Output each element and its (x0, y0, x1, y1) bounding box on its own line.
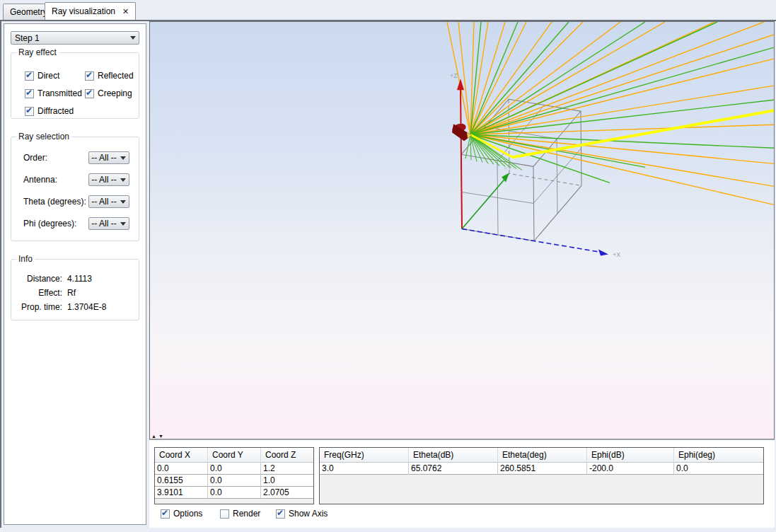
checkbox-direct[interactable]: Direct (25, 71, 59, 81)
field-table-filler (320, 475, 763, 504)
transmitted-checkbox[interactable] (25, 89, 34, 98)
control-panel: Step 1 Ray effect Direct Reflected Trans… (4, 23, 146, 525)
ray-effect-title: Ray effect (16, 47, 59, 57)
creeping-checkbox[interactable] (85, 89, 94, 98)
direct-checkbox[interactable] (25, 71, 34, 81)
coord-x-header: Coord X (155, 448, 208, 463)
checkbox-diffracted[interactable]: Diffracted (25, 106, 74, 116)
coord-y-header: Coord Y (208, 448, 261, 463)
chevron-down-icon (127, 36, 139, 40)
options-checkbox[interactable] (161, 509, 170, 519)
phi-label: Phi (degrees): (23, 219, 76, 229)
options-checkbox-item[interactable]: Options (161, 509, 202, 519)
table-row[interactable]: 0.6155 0.0 1.0 (155, 475, 313, 487)
freq-header: Freq(GHz) (320, 448, 409, 463)
ray-effect-group: Ray effect Direct Reflected Transmitted … (11, 52, 139, 119)
chevron-down-icon (117, 200, 129, 204)
order-label: Order: (23, 153, 47, 163)
prop-time-value: 1.3704E-8 (67, 302, 106, 312)
checkbox-transmitted[interactable]: Transmitted (25, 88, 82, 98)
chevron-down-icon (117, 156, 129, 160)
table-row[interactable]: 3.9101 0.0 2.0705 (155, 487, 313, 499)
checkbox-creeping[interactable]: Creeping (85, 88, 132, 98)
tab-bar: Geometry Ray visualization ✕ (0, 0, 776, 20)
table-row[interactable]: 0.0 0.0 1.2 (155, 463, 313, 475)
bottom-panel: Coord X Coord Y Coord Z 0.0 0.0 1.2 0.61… (149, 440, 775, 528)
coord-z-header: Coord Z (261, 448, 313, 463)
effect-label: Effect: (11, 288, 62, 298)
antenna-label: Antenna: (23, 175, 57, 185)
chevron-down-icon (117, 222, 129, 226)
effect-value: Rf (67, 288, 76, 298)
render-checkbox[interactable] (220, 509, 229, 519)
splitter-up-icon[interactable]: ▲ (151, 434, 158, 439)
diffracted-checkbox[interactable] (25, 107, 34, 116)
theta-selector[interactable]: -- All -- (88, 195, 129, 208)
ray-fan-green (470, 22, 774, 183)
info-title: Info (16, 254, 35, 264)
etheta-db-header: Etheta(dB) (409, 448, 498, 463)
ray-scene: +Z +Y +X (150, 22, 774, 439)
distance-label: Distance: (11, 274, 62, 284)
axis-y (462, 173, 509, 229)
field-table: Freq(GHz) Etheta(dB) Etheta(deg) Ephi(dB… (319, 447, 764, 504)
ray-selection-group: Ray selection Order: -- All -- Antenna: … (11, 137, 139, 241)
tab-ray-visualization-label: Ray visualization (52, 6, 115, 16)
axis-z-label: +Z (450, 72, 458, 79)
ephi-deg-header: Ephi(deg) (674, 448, 763, 463)
theta-label: Theta (degrees): (23, 197, 86, 207)
ephi-db-header: Ephi(dB) (587, 448, 674, 463)
viewport-splitter-toggle[interactable]: ▲▼ (151, 434, 166, 439)
tab-ray-visualization[interactable]: Ray visualization ✕ (45, 2, 136, 20)
show-axis-checkbox[interactable] (276, 509, 285, 519)
etheta-deg-header: Etheta(deg) (498, 448, 587, 463)
tab-geometry-label: Geometry (10, 7, 47, 17)
distance-value: 4.1113 (67, 274, 92, 284)
coord-table-filler (155, 499, 313, 504)
axis-y-label: +Y (504, 165, 511, 172)
checkbox-reflected[interactable]: Reflected (85, 71, 134, 81)
axis-x-label: +X (613, 251, 620, 258)
viewport-3d[interactable]: +Z +Y +X ▲▼ (149, 21, 775, 440)
window-bottom-strip (0, 528, 776, 532)
ray-selection-title: Ray selection (16, 132, 71, 141)
splitter-down-icon[interactable]: ▼ (158, 434, 166, 439)
coord-table: Coord X Coord Y Coord Z 0.0 0.0 1.2 0.61… (154, 447, 314, 504)
table-row[interactable]: 3.0 65.0762 260.5851 -200.0 0.0 (320, 463, 763, 475)
close-tab-icon[interactable]: ✕ (122, 7, 129, 16)
step-selector[interactable]: Step 1 (11, 31, 139, 45)
info-group: Info Distance: 4.1113 Effect: Rf Prop. t… (11, 259, 139, 320)
antenna-selector[interactable]: -- All -- (88, 173, 129, 186)
axis-x (462, 229, 608, 255)
show-axis-checkbox-item[interactable]: Show Axis (276, 509, 328, 519)
field-table-header: Freq(GHz) Etheta(dB) Etheta(deg) Ephi(dB… (320, 448, 763, 463)
main-content: Step 1 Ray effect Direct Reflected Trans… (0, 21, 776, 528)
render-checkbox-item[interactable]: Render (220, 509, 260, 519)
coord-table-header: Coord X Coord Y Coord Z (155, 448, 313, 463)
reflected-checkbox[interactable] (85, 71, 94, 81)
chevron-down-icon (117, 178, 129, 182)
order-selector[interactable]: -- All -- (88, 151, 129, 164)
phi-selector[interactable]: -- All -- (88, 217, 129, 230)
prop-time-label: Prop. time: (11, 302, 62, 312)
step-selector-value: Step 1 (11, 33, 127, 43)
